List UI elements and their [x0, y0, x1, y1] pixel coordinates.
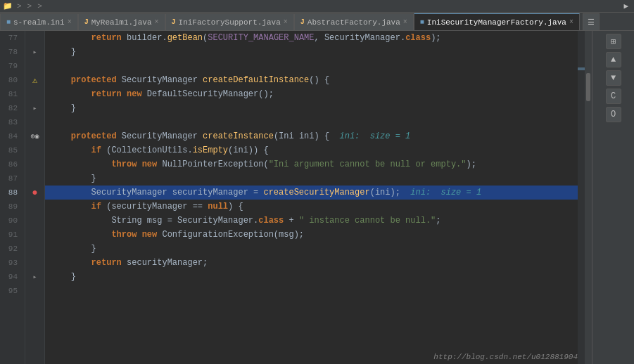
- code-line: throw new NullPointerException("Ini argu…: [45, 157, 578, 171]
- gutter-cell: ⚠: [25, 73, 44, 87]
- top-bar: 📁 > > > ▶: [0, 0, 634, 13]
- warning-icon: ⚠: [32, 75, 37, 86]
- tabs-bar: ■ s-realm.ini × J MyRealm1.java × J IniF…: [0, 13, 634, 31]
- line-number: 94: [0, 270, 20, 284]
- line-number: 92: [0, 242, 20, 256]
- gutter: ▸⚠▸⊕◉●▸: [25, 31, 45, 364]
- code-line: [45, 115, 578, 129]
- code-line: SecurityManager securityManager = create…: [45, 186, 578, 200]
- line-number: 80: [0, 73, 20, 87]
- line-number: 87: [0, 171, 20, 186]
- gutter-cell: [25, 200, 44, 214]
- multi-icon: ⊕◉: [30, 132, 39, 141]
- run-icon: ▶: [623, 1, 628, 11]
- breadcrumb: 📁 > > >: [3, 1, 45, 11]
- gutter-cell: [25, 87, 44, 101]
- gutter-cell: ●: [25, 186, 44, 200]
- gutter-cell: [25, 242, 44, 256]
- tab-label: MyRealm1.java: [91, 18, 152, 27]
- panel-btn-5[interactable]: O: [606, 107, 621, 122]
- code-line: [45, 59, 578, 73]
- tab-close-icon[interactable]: ×: [403, 18, 407, 26]
- gutter-cell: [25, 157, 44, 171]
- tab-inifactory[interactable]: J IniFactorySupport.java ×: [165, 13, 294, 30]
- code-line: return new DefaultSecurityManager();: [45, 87, 578, 101]
- tab-label: AbstractFactory.java: [308, 18, 400, 27]
- line-number: 81: [0, 87, 20, 101]
- line-number: 89: [0, 200, 20, 214]
- line-number: 95: [0, 284, 20, 298]
- line-number: 83: [0, 115, 20, 129]
- tab-inimanager[interactable]: ■ IniSecurityManagerFactory.java ×: [414, 13, 580, 30]
- gutter-cell: [25, 115, 44, 129]
- watermark-url: http://blog.csdn.net/u012881904: [433, 353, 578, 361]
- gutter-cell: [25, 171, 44, 186]
- tab-s-realm[interactable]: ■ s-realm.ini ×: [0, 13, 78, 30]
- code-line: String msg = SecurityManager.class + " i…: [45, 214, 578, 228]
- gutter-cell: [25, 214, 44, 228]
- gutter-cell: [25, 228, 44, 242]
- hierarchy-tab[interactable]: ☰: [583, 13, 600, 30]
- panel-btn-1[interactable]: ⊞: [606, 34, 621, 49]
- code-line: return builder.getBean(SECURITY_MANAGER_…: [45, 31, 578, 45]
- java-icon: J: [300, 18, 305, 26]
- ini-icon: ■: [6, 18, 11, 26]
- gutter-cell: [25, 256, 44, 270]
- fold-icon[interactable]: ▸: [32, 273, 37, 281]
- panel-btn-3[interactable]: ▼: [606, 70, 621, 86]
- line-number: 86: [0, 157, 20, 171]
- tab-label: IniFactorySupport.java: [179, 18, 281, 27]
- ini-icon: ■: [420, 18, 424, 26]
- line-number: 79: [0, 59, 20, 73]
- line-number: 82: [0, 101, 20, 115]
- code-editor[interactable]: return builder.getBean(SECURITY_MANAGER_…: [45, 31, 578, 364]
- gutter-cell: [25, 284, 44, 298]
- code-line: }: [45, 171, 578, 186]
- vertical-scrollbar[interactable]: [585, 31, 592, 364]
- tab-label: s-realm.ini: [13, 18, 65, 27]
- code-line: }: [45, 270, 578, 284]
- panel-btn-2[interactable]: ▲: [606, 52, 621, 67]
- breadcrumb-icon: 📁: [3, 1, 13, 11]
- gutter-cell: ▸: [25, 101, 44, 115]
- hierarchy-icon: ☰: [588, 18, 595, 27]
- code-line: if (securityManager == null) {: [45, 200, 578, 214]
- line-number: 91: [0, 228, 20, 242]
- panel-btn-4[interactable]: C: [606, 89, 621, 104]
- line-number: 77: [0, 31, 20, 45]
- gutter-cell: [25, 31, 44, 45]
- fold-icon[interactable]: ▸: [32, 104, 37, 112]
- tab-myrealm[interactable]: J MyRealm1.java ×: [78, 13, 165, 30]
- line-number: 90: [0, 214, 20, 228]
- code-line: }: [45, 101, 578, 115]
- gutter-cell: ▸: [25, 270, 44, 284]
- gutter-cell: ▸: [25, 45, 44, 59]
- gutter-cell: ⊕◉: [25, 129, 44, 143]
- tab-abstract[interactable]: J AbstractFactory.java ×: [294, 13, 414, 30]
- line-number: 88: [0, 186, 20, 200]
- code-line: protected SecurityManager createDefaultI…: [45, 73, 578, 87]
- code-line: if (CollectionUtils.isEmpty(ini)) {: [45, 143, 578, 157]
- line-number: 93: [0, 256, 20, 270]
- line-numbers: 77787980818283848586878889909192939495: [0, 31, 25, 364]
- top-bar-right: ▶: [623, 1, 631, 11]
- code-line: throw new ConfigurationException(msg);: [45, 228, 578, 242]
- code-line: }: [45, 242, 578, 256]
- tab-close-icon[interactable]: ×: [569, 18, 573, 26]
- scrollbar-thumb[interactable]: [586, 73, 590, 101]
- tab-close-icon[interactable]: ×: [155, 18, 159, 26]
- tab-close-icon[interactable]: ×: [68, 18, 72, 26]
- minimap: [578, 31, 585, 364]
- tab-close-icon[interactable]: ×: [284, 18, 288, 26]
- right-panel: ⊞ ▲ ▼ C O: [592, 31, 634, 364]
- java-icon: J: [84, 18, 89, 26]
- gutter-cell: [25, 143, 44, 157]
- line-number: 84: [0, 129, 20, 143]
- code-line: protected SecurityManager createInstance…: [45, 129, 578, 143]
- minimap-highlight: [578, 67, 585, 70]
- gutter-cell: [25, 59, 44, 73]
- line-number: 78: [0, 45, 20, 59]
- fold-icon[interactable]: ▸: [32, 48, 37, 56]
- code-line: [45, 284, 578, 298]
- main-area: 77787980818283848586878889909192939495 ▸…: [0, 31, 634, 364]
